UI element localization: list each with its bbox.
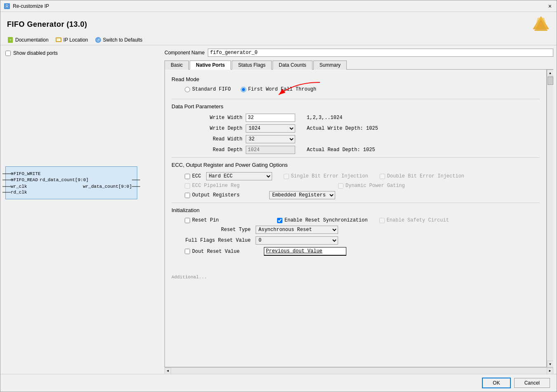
svg-rect-8	[56, 38, 61, 41]
dout-reset-label[interactable]: Dout Reset Value	[185, 249, 259, 254]
tab-summary[interactable]: Summary	[313, 61, 347, 70]
ecc-checkbox[interactable]	[185, 174, 190, 179]
full-flags-row: Full Flags Reset Value 0 1	[185, 236, 540, 245]
output-reg-checkbox[interactable]	[185, 193, 190, 198]
read-depth-input	[246, 146, 295, 154]
svg-marker-4	[534, 18, 548, 31]
fifo-write-port: ⊕ FIFO_WRITE	[11, 171, 132, 176]
switch-defaults-label: Switch to Defaults	[103, 37, 143, 43]
ip-location-button[interactable]: IP Location	[55, 37, 88, 43]
single-bit-label[interactable]: Single Bit Error Injection	[284, 173, 368, 179]
svg-text:R: R	[5, 4, 8, 9]
scroll-track	[547, 76, 553, 361]
ok-button[interactable]: OK	[482, 378, 510, 388]
write-width-range: 1,2,3,..1024	[307, 115, 389, 121]
scroll-down-button[interactable]: ▼	[547, 361, 554, 367]
enable-reset-sync-label[interactable]: Enable Reset Synchronization	[277, 217, 368, 223]
tabs: Basic Native Ports Status Flags Data Cou…	[165, 60, 553, 70]
reset-pin-label[interactable]: Reset Pin	[185, 217, 259, 223]
content-area: Show disabled ports ⊕ FIFO_WRITE ⊕ FIFO_…	[0, 45, 557, 374]
vertical-scrollbar[interactable]: ▲ ▼	[547, 70, 553, 367]
fifo-write-wire	[2, 173, 11, 174]
reset-type-row: Reset Type Asynchronous Reset Synchronou…	[185, 226, 540, 234]
enable-reset-sync-checkbox[interactable]	[277, 218, 282, 223]
switch-defaults-icon: ↺	[95, 37, 101, 43]
xilinx-logo	[532, 15, 550, 33]
first-word-fall-through-radio[interactable]	[241, 87, 246, 92]
standard-fifo-radio[interactable]	[185, 87, 190, 92]
read-width-select[interactable]: 32	[246, 135, 295, 143]
dynamic-power-text: Dynamic Power Gating	[345, 183, 405, 189]
tab-content-inner: Read Mode	[165, 70, 547, 367]
full-flags-select[interactable]: 0 1	[256, 236, 338, 245]
reset-type-select[interactable]: Asynchronous Reset Synchronous Reset	[256, 226, 338, 234]
reset-pin-checkbox[interactable]	[185, 218, 190, 223]
partial-section-indicator: Additional...	[172, 275, 540, 283]
tab-status-flags[interactable]: Status Flags	[232, 61, 272, 70]
rd-clk-wire	[2, 192, 11, 193]
fifo-read-label: FIFO_READ	[14, 177, 38, 182]
rd-clk-port: rd_clk	[11, 190, 132, 195]
show-disabled-ports-row: Show disabled ports	[5, 50, 156, 56]
tab-native-ports[interactable]: Native Ports	[190, 61, 231, 70]
bottom-spacer	[172, 258, 540, 275]
divider-2	[172, 157, 540, 158]
dout-reset-text: Dout Reset Value	[192, 249, 240, 254]
enable-safety-checkbox	[379, 218, 385, 223]
cancel-button[interactable]: Cancel	[514, 378, 550, 388]
dout-reset-input[interactable]	[264, 247, 346, 256]
write-width-label: Write Width	[185, 115, 242, 121]
documentation-button[interactable]: ? Documentation	[7, 37, 49, 43]
write-depth-select[interactable]: 1024	[246, 124, 295, 133]
ecc-select[interactable]: Hard ECC	[206, 172, 272, 180]
scroll-left-button[interactable]: ◄	[165, 368, 171, 374]
fifo-diagram: ⊕ FIFO_WRITE ⊕ FIFO_READ rd_data_count[9…	[5, 166, 137, 199]
documentation-label: Documentation	[15, 37, 49, 43]
dout-reset-row: Dout Reset Value	[185, 247, 540, 256]
full-flags-label: Full Flags Reset Value	[185, 238, 251, 243]
read-depth-actual: Actual Read Depth: 1025	[307, 147, 389, 153]
window-title: Re-customize IP	[13, 3, 49, 9]
double-bit-label[interactable]: Double Bit Error Injection	[380, 173, 464, 179]
fifo-write-label: FIFO_WRITE	[14, 171, 41, 176]
close-button[interactable]: ×	[547, 3, 553, 9]
read-mode-radio-group: Standard FIFO First Word Fall Through	[185, 86, 540, 92]
single-bit-text: Single Bit Error Injection	[291, 173, 368, 179]
component-name-input[interactable]	[208, 49, 553, 57]
show-disabled-ports-checkbox[interactable]	[5, 51, 11, 56]
wr-data-count-label: wr_data_count[9:0]	[83, 184, 132, 189]
tab-basic[interactable]: Basic	[165, 61, 189, 70]
left-panel: Show disabled ports ⊕ FIFO_WRITE ⊕ FIFO_…	[0, 45, 161, 374]
tab-data-counts[interactable]: Data Counts	[273, 61, 313, 70]
scroll-up-button[interactable]: ▲	[547, 70, 554, 76]
app-title: FIFO Generator (13.0)	[7, 20, 87, 29]
data-port-title: Data Port Parameters	[172, 103, 540, 110]
ecc-row-1: ECC Hard ECC Single Bit Error Injection	[185, 172, 540, 180]
ecc-checkbox-label[interactable]: ECC	[185, 173, 201, 179]
double-bit-text: Double Bit Error Injection	[387, 173, 464, 179]
dynamic-power-label[interactable]: Dynamic Power Gating	[338, 183, 405, 189]
component-name-row: Component Name	[165, 49, 553, 57]
enable-safety-label[interactable]: Enable Safety Circuit	[379, 217, 449, 223]
pipeline-reg-label[interactable]: ECC Pipeline Reg	[185, 183, 259, 189]
output-reg-label[interactable]: Output Registers	[185, 192, 240, 198]
svg-text:↺: ↺	[96, 38, 100, 42]
scroll-thumb[interactable]	[548, 77, 553, 85]
tab-container: Basic Native Ports Status Flags Data Cou…	[165, 60, 553, 374]
switch-defaults-button[interactable]: ↺ Switch to Defaults	[95, 37, 143, 43]
wr-data-count-wire	[132, 187, 140, 187]
standard-fifo-option[interactable]: Standard FIFO	[185, 86, 231, 92]
reset-pin-text: Reset Pin	[192, 217, 219, 223]
enable-reset-sync-text: Enable Reset Synchronization	[284, 217, 368, 223]
right-panel: Component Name Basic Native Ports Status…	[161, 45, 557, 374]
reset-type-label: Reset Type	[185, 227, 251, 233]
first-word-fall-through-label: First Word Fall Through	[248, 86, 317, 92]
write-depth-actual: Actual Write Depth: 1025	[307, 126, 389, 131]
scroll-right-button[interactable]: ►	[547, 368, 553, 374]
hscroll-track[interactable]	[171, 368, 547, 374]
dout-reset-checkbox[interactable]	[185, 249, 190, 254]
output-reg-select[interactable]: Embedded Registers	[269, 191, 335, 199]
write-width-input[interactable]	[246, 114, 295, 122]
first-word-fall-through-option[interactable]: First Word Fall Through	[241, 86, 317, 92]
component-name-label: Component Name	[165, 50, 204, 56]
